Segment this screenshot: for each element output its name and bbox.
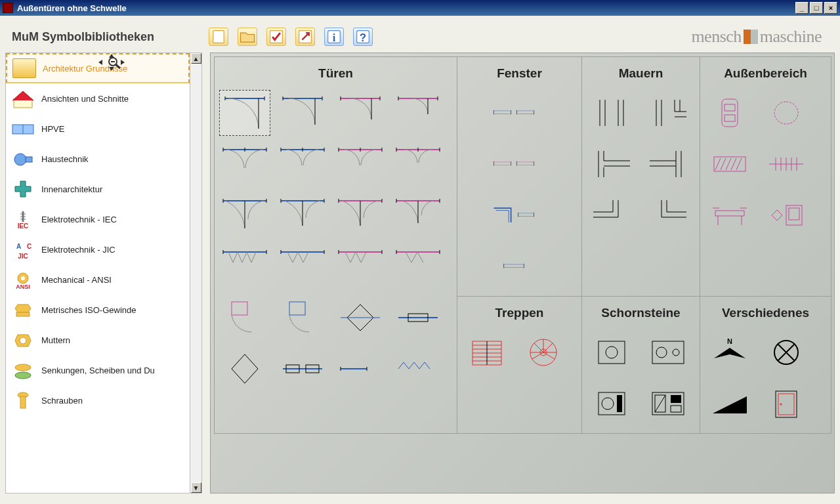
door-wide-arc-2[interactable] bbox=[277, 192, 328, 238]
door-double-arc-4[interactable] bbox=[392, 141, 444, 187]
flue-4[interactable] bbox=[642, 381, 694, 427]
sidebar-item-schrauben[interactable]: Schrauben bbox=[6, 385, 190, 415]
symbol-panel: Türen bbox=[210, 52, 835, 494]
wall-tee-b[interactable] bbox=[586, 141, 637, 187]
svg-rect-51 bbox=[722, 99, 738, 127]
sidebar-item-jic[interactable]: ACJIC Elektrotechnik - JIC bbox=[6, 234, 190, 264]
door-wide-arc-3[interactable] bbox=[335, 192, 386, 238]
door-wide-arc-4[interactable] bbox=[392, 192, 444, 238]
svg-rect-56 bbox=[715, 211, 744, 216]
svg-text:i: i bbox=[333, 32, 336, 44]
door-elevation[interactable] bbox=[761, 381, 812, 427]
brand-right: maschine bbox=[760, 27, 822, 46]
door-fold-1[interactable] bbox=[219, 243, 270, 289]
door-sliding-short[interactable] bbox=[335, 346, 386, 392]
sidebar-item-hpve[interactable]: HPVE bbox=[6, 114, 190, 144]
sidebar-item-label: Elektrotechnik - JIC bbox=[41, 245, 116, 255]
door-double-arc-1[interactable] bbox=[219, 141, 270, 187]
section-title: Außenbereich bbox=[704, 61, 827, 90]
sidebar-item-iec[interactable]: IEC Elektrotechnik - IEC bbox=[6, 204, 190, 234]
scroll-down-icon[interactable]: ▼ bbox=[191, 482, 201, 493]
wall-gap-a[interactable] bbox=[586, 90, 637, 136]
door-arc-4[interactable] bbox=[392, 90, 444, 136]
door-double-arc-2[interactable] bbox=[277, 141, 328, 187]
stair-straight[interactable] bbox=[461, 329, 513, 375]
sidebar-item-haustechnik[interactable]: Haustechnik bbox=[6, 144, 190, 174]
wedge[interactable] bbox=[704, 381, 755, 427]
open-icon[interactable] bbox=[238, 28, 257, 46]
fence-post[interactable] bbox=[761, 141, 812, 187]
window-double-2[interactable] bbox=[488, 141, 539, 187]
svg-rect-37 bbox=[289, 302, 305, 315]
window-single[interactable] bbox=[488, 243, 539, 289]
door-wide-arc-1[interactable] bbox=[219, 192, 270, 238]
door-slide[interactable] bbox=[392, 295, 444, 341]
jic-blue-icon: ACJIC bbox=[11, 240, 35, 260]
wall-tee-c[interactable] bbox=[642, 141, 694, 187]
sidebar-item-innen[interactable]: Innenarchitektur bbox=[6, 174, 190, 204]
svg-rect-69 bbox=[617, 395, 622, 412]
sidebar-item-architektur[interactable]: Architektur Grundrisse bbox=[6, 53, 190, 83]
svg-rect-54 bbox=[714, 157, 746, 171]
section-schornsteine: Schornsteine bbox=[581, 296, 700, 434]
door-butterfly[interactable] bbox=[335, 295, 386, 341]
svg-rect-36 bbox=[232, 302, 247, 315]
check-icon[interactable] bbox=[266, 28, 286, 46]
door-fold-2[interactable] bbox=[277, 243, 328, 289]
sidebar-item-senkungen[interactable]: Senkungen, Scheiben und Du bbox=[6, 355, 190, 385]
sidebar-item-ansi[interactable]: ANSI Mechanical - ANSI bbox=[6, 264, 190, 295]
svg-point-25 bbox=[15, 372, 31, 379]
flue-1[interactable] bbox=[586, 329, 637, 375]
north-arrow[interactable]: N bbox=[704, 329, 755, 375]
sidebar-item-muttern[interactable]: Muttern bbox=[6, 325, 190, 355]
bench[interactable] bbox=[704, 192, 755, 238]
minimize-button[interactable]: _ bbox=[795, 2, 808, 14]
wall-tee-a[interactable] bbox=[642, 90, 694, 136]
door-fold-3[interactable] bbox=[335, 243, 386, 289]
circle-x[interactable] bbox=[761, 329, 812, 375]
svg-text:C: C bbox=[27, 243, 32, 250]
close-button[interactable]: × bbox=[824, 2, 837, 14]
sidebar-item-label: Mechanical - ANSI bbox=[41, 275, 112, 285]
section-title: Schornsteine bbox=[586, 301, 696, 329]
flue-3[interactable] bbox=[586, 381, 637, 427]
sidebar-item-ansichten[interactable]: Ansichten und Schnitte bbox=[6, 83, 190, 114]
sidebar-item-label: Innenarchitektur bbox=[41, 184, 102, 194]
car-top[interactable] bbox=[704, 90, 755, 136]
svg-rect-0 bbox=[213, 31, 224, 43]
svg-rect-48 bbox=[516, 162, 534, 165]
stair-spiral[interactable] bbox=[518, 329, 569, 375]
door-biparting[interactable] bbox=[219, 346, 270, 392]
door-zigzag[interactable] bbox=[392, 346, 444, 392]
info-icon[interactable]: i bbox=[324, 28, 344, 46]
tool-icon[interactable] bbox=[295, 28, 315, 46]
hatch-rect[interactable] bbox=[704, 141, 755, 187]
door-arc-3[interactable] bbox=[335, 90, 386, 136]
window-corner[interactable] bbox=[488, 192, 539, 238]
tv-lamp[interactable] bbox=[761, 192, 812, 238]
door-arc-1[interactable] bbox=[219, 90, 270, 136]
sidebar-item-label: Schrauben bbox=[41, 396, 83, 406]
door-swing-2[interactable] bbox=[277, 295, 328, 341]
door-double-arc-3[interactable] bbox=[335, 141, 386, 187]
door-fold-4[interactable] bbox=[392, 243, 444, 289]
house-red-icon bbox=[11, 89, 35, 109]
svg-rect-72 bbox=[671, 395, 681, 403]
wall-corner-a[interactable] bbox=[586, 192, 637, 238]
new-icon[interactable] bbox=[209, 28, 228, 46]
help-icon[interactable]: ? bbox=[353, 28, 373, 46]
wall-corner-b[interactable] bbox=[642, 192, 694, 238]
brand-logo: menschmaschine bbox=[691, 27, 828, 47]
maximize-button[interactable]: □ bbox=[810, 2, 823, 14]
flue-2[interactable] bbox=[642, 329, 694, 375]
window-double-1[interactable] bbox=[488, 90, 539, 136]
sidebar-item-iso[interactable]: Metrisches ISO-Gewinde bbox=[6, 295, 190, 325]
sidebar-scrollbar[interactable]: ▲ ▼ bbox=[190, 53, 201, 493]
section-aussenbereich: Außenbereich bbox=[700, 56, 831, 297]
door-arc-2[interactable] bbox=[277, 90, 328, 136]
bush[interactable] bbox=[761, 90, 812, 136]
svg-text:ANSI: ANSI bbox=[16, 284, 30, 290]
door-wavy[interactable] bbox=[277, 346, 328, 392]
door-swing-1[interactable] bbox=[219, 295, 270, 341]
scroll-up-icon[interactable]: ▲ bbox=[191, 53, 201, 64]
